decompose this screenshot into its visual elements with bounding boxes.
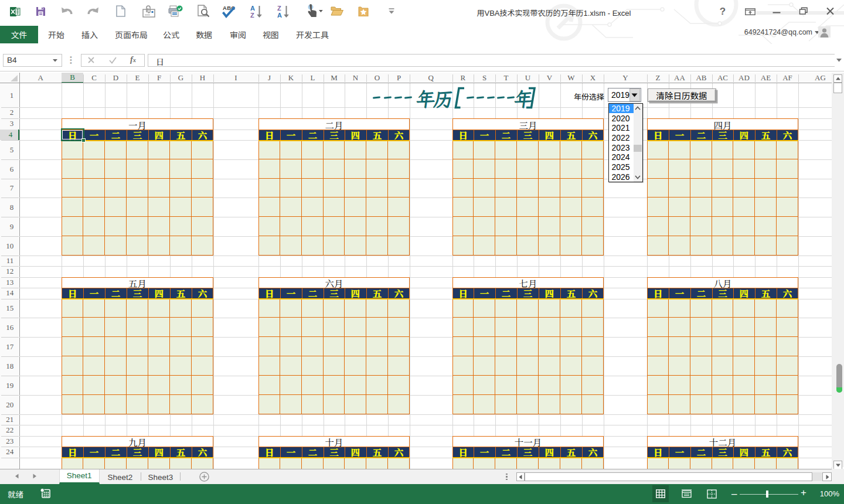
svg-text:Z: Z [277, 5, 281, 12]
svg-text:A: A [250, 5, 255, 12]
svg-text:A: A [277, 12, 282, 19]
svg-text:Z: Z [250, 12, 254, 19]
